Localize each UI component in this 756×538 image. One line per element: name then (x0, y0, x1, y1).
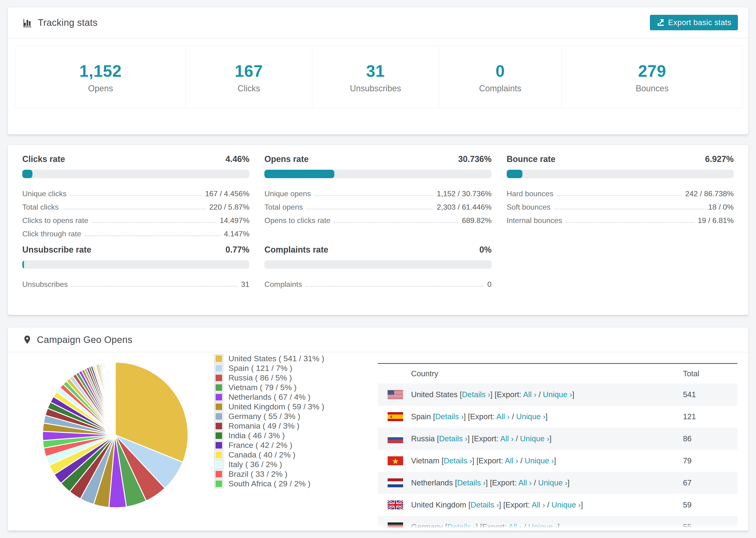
rate-progress-bar (264, 260, 491, 269)
details-link[interactable]: Details › (435, 412, 464, 421)
legend-label: South Africa ( 29 / 2% ) (229, 479, 311, 488)
details-link[interactable]: Details › (462, 390, 490, 399)
page-title: Tracking stats (38, 17, 97, 28)
geo-table-row-nl: Netherlands [Details ›] [Export: All › /… (378, 472, 737, 494)
rate-block-bounce-rate: Bounce rate6.927%Hard bounces242 / 86.73… (507, 154, 734, 238)
legend-swatch (214, 460, 223, 469)
country-cell: Netherlands [Details ›] [Export: All › /… (411, 478, 569, 487)
rate-block-unsubscribe-rate: Unsubscribe rate0.77%Unsubscribes31 (22, 245, 249, 289)
export-unique-link[interactable]: Unique › (528, 522, 558, 531)
legend-item-united-kingdom[interactable]: United Kingdom ( 59 / 3% ) (214, 402, 324, 411)
export-unique-link[interactable]: Unique › (538, 478, 567, 487)
stat-bounces: 279Bounces (562, 46, 743, 108)
bar-chart-icon (22, 17, 33, 28)
rate-title: Opens rate (264, 154, 308, 164)
legend-item-spain[interactable]: Spain ( 121 / 7% ) (214, 363, 324, 373)
stat-complaints: 0Complaints (439, 46, 562, 108)
export-icon (657, 18, 665, 27)
export-unique-link[interactable]: Unique › (552, 501, 581, 509)
stat-clicks: 167Clicks (186, 46, 312, 108)
legend-label: Italy ( 36 / 2% ) (229, 460, 282, 469)
details-link[interactable]: Details › (447, 522, 476, 531)
rate-detail-row: Clicks to opens rate14.497% (22, 211, 249, 225)
legend-item-italy[interactable]: Italy ( 36 / 2% ) (214, 459, 324, 469)
country-name: Vietnam [ (411, 456, 444, 465)
country-cell: United States [Details ›] [Export: All ›… (411, 390, 574, 399)
details-link[interactable]: Details › (444, 456, 472, 465)
geo-table-row-de: Germany [Details ›] [Export: All › / Uni… (378, 516, 737, 531)
export-all-link[interactable]: All › (532, 501, 545, 509)
rates-card: Clicks rate4.46%Unique clicks167 / 4.456… (8, 144, 748, 315)
link-separator: / (532, 478, 538, 487)
legend-item-canada[interactable]: Canada ( 40 / 2% ) (214, 450, 324, 459)
rate-title: Clicks rate (22, 154, 65, 164)
total-cell: 79 (683, 456, 692, 465)
legend-swatch (214, 422, 223, 430)
rate-detail-row: Unique clicks167 / 4.456% (22, 185, 249, 198)
legend-item-south-africa[interactable]: South Africa ( 29 / 2% ) (214, 479, 324, 488)
legend-item-germany[interactable]: Germany ( 55 / 3% ) (214, 411, 324, 421)
tracking-stats-card: Tracking stats Export basic stats 1,152O… (8, 7, 748, 135)
legend-swatch (214, 393, 223, 402)
geo-table-row-es: Spain [Details ›] [Export: All › / Uniqu… (378, 405, 737, 428)
es-flag-icon (388, 412, 403, 421)
rate-percent: 6.927% (705, 154, 734, 164)
legend-swatch (214, 412, 223, 421)
legend-item-india[interactable]: India ( 46 / 3% ) (214, 431, 324, 440)
bracket-close: ] (572, 390, 574, 399)
export-all-link[interactable]: All › (505, 456, 518, 465)
export-all-link[interactable]: All › (496, 412, 510, 421)
rate-title: Bounce rate (507, 154, 556, 164)
details-link[interactable]: Details › (439, 434, 467, 443)
country-name: Spain [ (411, 412, 435, 421)
rate-detail-row: Unique opens1,152 / 30.736% (264, 185, 491, 198)
campaign-geo-opens-card: Campaign Geo Opens United States ( 541 /… (8, 327, 748, 531)
geo-pie-legend: United States ( 541 / 31% )Spain ( 121 /… (214, 354, 324, 488)
pie-slice-67[interactable] (115, 362, 115, 435)
bracket-close: ] (567, 478, 569, 487)
export-button-label: Export basic stats (668, 18, 731, 27)
tracking-stats-header: Tracking stats Export basic stats (8, 7, 748, 38)
export-all-link[interactable]: All › (523, 390, 536, 399)
legend-label: Romania ( 49 / 3% ) (229, 421, 299, 430)
export-all-link[interactable]: All › (508, 522, 522, 531)
stat-value: 0 (439, 62, 562, 80)
legend-item-united-states[interactable]: United States ( 541 / 31% ) (214, 354, 324, 363)
export-unique-link[interactable]: Unique › (525, 456, 554, 465)
stat-value: 31 (312, 62, 439, 80)
export-label: ] [Export: (486, 478, 518, 487)
legend-label: France ( 42 / 2% ) (229, 441, 292, 450)
rate-block-complaints-rate: Complaints rate0%Complaints0 (264, 245, 491, 289)
legend-swatch (214, 451, 223, 459)
details-link[interactable]: Details › (457, 478, 486, 487)
legend-item-netherlands[interactable]: Netherlands ( 67 / 4% ) (214, 392, 324, 402)
legend-item-romania[interactable]: Romania ( 49 / 3% ) (214, 421, 324, 431)
stat-label: Clicks (186, 83, 312, 93)
country-cell: Vietnam [Details ›] [Export: All › / Uni… (411, 456, 556, 465)
legend-item-russia[interactable]: Russia ( 86 / 5% ) (214, 373, 324, 383)
export-all-link[interactable]: All › (500, 434, 514, 443)
geo-table-row-vn: Vietnam [Details ›] [Export: All › / Uni… (378, 450, 737, 472)
details-link[interactable]: Details › (470, 501, 499, 509)
export-unique-link[interactable]: Unique › (520, 434, 549, 443)
bracket-close: ] (558, 522, 560, 531)
ru-flag-icon (388, 434, 403, 443)
country-cell: Spain [Details ›] [Export: All › / Uniqu… (411, 412, 548, 421)
link-separator: / (536, 390, 543, 399)
legend-label: India ( 46 / 3% ) (229, 431, 285, 440)
rate-progress-bar (264, 170, 491, 178)
rate-progress-bar (22, 260, 249, 269)
export-unique-link[interactable]: Unique › (516, 412, 546, 421)
legend-item-france[interactable]: France ( 42 / 2% ) (214, 440, 324, 450)
stat-label: Opens (16, 83, 186, 93)
rate-detail-row: Hard bounces242 / 86.738% (507, 185, 734, 198)
export-unique-link[interactable]: Unique › (543, 390, 572, 399)
legend-item-brazil[interactable]: Brazil ( 33 / 2% ) (214, 469, 324, 479)
export-label: ] [Export: (472, 456, 505, 465)
export-basic-stats-button[interactable]: Export basic stats (650, 15, 738, 30)
geo-pie-chart[interactable] (33, 353, 197, 517)
stat-value: 1,152 (16, 62, 186, 80)
rate-percent: 4.46% (225, 154, 249, 164)
legend-item-vietnam[interactable]: Vietnam ( 79 / 5% ) (214, 383, 324, 392)
export-all-link[interactable]: All › (518, 478, 532, 487)
